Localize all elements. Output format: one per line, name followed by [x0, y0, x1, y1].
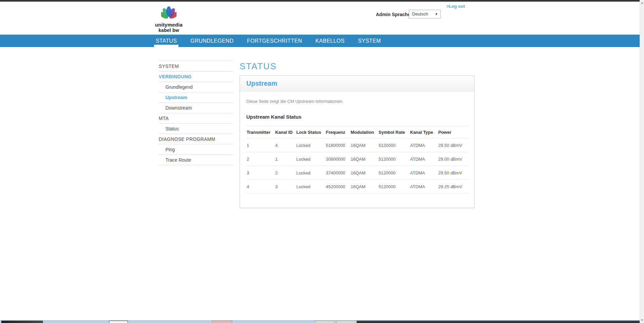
- main-nav-items: STATUS GRUNDLEGEND FORTGESCHRITTEN KABEL…: [0, 35, 640, 47]
- nav-tab-status[interactable]: STATUS: [154, 35, 179, 47]
- taskbar-start-segment[interactable]: [1, 321, 43, 323]
- page-scrollbar[interactable]: ▲ ▼: [640, 0, 644, 323]
- table-cell: 16QAM: [350, 180, 378, 194]
- nav-tab-grundlegend[interactable]: GRUNDLEGEND: [189, 35, 235, 47]
- table-cell: 1: [246, 138, 275, 152]
- nav-tab-fortgeschritten[interactable]: FORTGESCHRITTEN: [245, 35, 304, 47]
- table-cell: 29.00 dBmV: [438, 152, 468, 166]
- sidebar-item-mta[interactable]: MTA: [159, 113, 233, 123]
- column-header-symbol-rate: Symbol Rate: [378, 126, 410, 138]
- table-cell: 29.25 dBmV: [438, 180, 468, 194]
- sidebar-item-mta-status[interactable]: Status: [159, 123, 233, 134]
- table-cell: 2: [246, 152, 275, 166]
- table-title: Upstream Kanal Status: [246, 114, 468, 120]
- page: { "header": { "logo_line1": "unitymedia"…: [0, 0, 644, 323]
- table-cell: 4: [275, 138, 296, 152]
- scroll-down-icon[interactable]: ▼: [640, 319, 644, 322]
- table-cell: ATDMA: [410, 152, 438, 166]
- logout-link[interactable]: >Log out: [446, 4, 465, 9]
- table-cell: Locked: [296, 166, 326, 180]
- site-header: unitymedia kabel bw >Log out Admin Sprac…: [0, 2, 640, 35]
- table-cell: 45200000: [326, 180, 350, 194]
- table-row: 32Locked3740000016QAM5120000ATDMA29.50 d…: [246, 166, 468, 180]
- upstream-table-body: 14Locked5180000016QAM5120000ATDMA29.50 d…: [246, 138, 468, 194]
- table-cell: 29.50 dBmV: [438, 166, 468, 180]
- sidebar: SYSTEM VERBINDUNG Grundlegend Upstream D…: [159, 61, 233, 165]
- sidebar-item-system[interactable]: SYSTEM: [159, 61, 233, 71]
- chevron-down-icon: ▼: [435, 10, 438, 18]
- upstream-panel-title: Upstream: [246, 80, 277, 87]
- sidebar-item-grundlegend[interactable]: Grundlegend: [159, 82, 233, 92]
- column-header-power: Power: [438, 126, 468, 138]
- table-cell: 5120000: [378, 138, 410, 152]
- table-cell: 29.50 dBmV: [438, 138, 468, 152]
- main-nav: STATUS GRUNDLEGEND FORTGESCHRITTEN KABEL…: [0, 35, 640, 47]
- table-row: 14Locked5180000016QAM5120000ATDMA29.50 d…: [246, 138, 468, 152]
- logo-flower-icon: [161, 6, 177, 22]
- page-title: STATUS: [240, 61, 277, 72]
- nav-tab-kabellos[interactable]: KABELLOS: [314, 35, 346, 47]
- language-select[interactable]: Deutsch ▼: [409, 10, 441, 18]
- sidebar-item-upstream[interactable]: Upstream: [159, 92, 233, 103]
- upstream-panel-body: Diese Seite zeigt die CM Upstream Inform…: [240, 91, 474, 208]
- table-cell: 16QAM: [350, 152, 378, 166]
- language-selected-value: Deutsch: [412, 11, 428, 16]
- sidebar-item-downstream[interactable]: Downstream: [159, 103, 233, 113]
- table-cell: 5120000: [378, 152, 410, 166]
- table-cell: ATDMA: [410, 166, 438, 180]
- table-cell: 5120000: [378, 166, 410, 180]
- table-cell: Locked: [296, 180, 326, 194]
- os-taskbar-sliver: [0, 320, 640, 323]
- upstream-description: Diese Seite zeigt die CM Upstream Inform…: [246, 99, 468, 104]
- sidebar-item-ping[interactable]: Ping: [159, 144, 233, 155]
- nav-tab-system[interactable]: SYSTEM: [356, 35, 383, 47]
- sidebar-item-diagnose-programm[interactable]: DIAGNOSE PROGRAMM: [159, 134, 233, 144]
- column-header-transmitter: Transmitter: [246, 126, 275, 138]
- column-header-modulation: Modulation: [350, 126, 378, 138]
- scroll-up-icon[interactable]: ▲: [640, 1, 644, 4]
- taskbar-window-button-1[interactable]: [109, 321, 128, 323]
- table-cell: 3: [275, 180, 296, 194]
- brand-logo[interactable]: unitymedia kabel bw: [152, 6, 186, 33]
- table-header-row: Transmitter Kanal ID Lock Status Frequen…: [246, 126, 468, 138]
- sidebar-item-trace-route[interactable]: Trace Route: [159, 155, 233, 165]
- table-row: 21Locked3080000016QAM5120000ATDMA29.00 d…: [246, 152, 468, 166]
- table-cell: 3: [246, 166, 275, 180]
- table-cell: 37400000: [326, 166, 350, 180]
- table-cell: Locked: [296, 138, 326, 152]
- table-cell: 51800000: [326, 138, 350, 152]
- table-cell: 1: [275, 152, 296, 166]
- taskbar-window-button-4[interactable]: [336, 321, 357, 323]
- column-header-kanal-type: Kanal Type: [410, 126, 438, 138]
- column-header-frequenz: Frequenz: [326, 126, 350, 138]
- upstream-panel-header: Upstream: [240, 76, 474, 91]
- table-row: 43Locked4520000016QAM5120000ATDMA29.25 d…: [246, 180, 468, 194]
- table-cell: 5120000: [378, 180, 410, 194]
- upstream-panel: Upstream Diese Seite zeigt die CM Upstre…: [240, 75, 475, 208]
- table-cell: ATDMA: [410, 138, 438, 152]
- table-cell: 4: [246, 180, 275, 194]
- taskbar-window-button-2[interactable]: [212, 321, 232, 323]
- language-label: Admin Sprache: [376, 12, 410, 17]
- taskbar-window-button-3[interactable]: [315, 321, 335, 323]
- sidebar-item-verbindung[interactable]: VERBINDUNG: [159, 71, 233, 82]
- table-cell: Locked: [296, 152, 326, 166]
- column-header-lock-status: Lock Status: [296, 126, 326, 138]
- upstream-channel-table: Transmitter Kanal ID Lock Status Frequen…: [246, 126, 468, 194]
- table-cell: 2: [275, 166, 296, 180]
- logo-text-line2: kabel bw: [152, 28, 186, 33]
- logo-text-line1: unitymedia: [152, 22, 186, 28]
- table-cell: 30800000: [326, 152, 350, 166]
- table-cell: 16QAM: [350, 166, 378, 180]
- table-cell: ATDMA: [410, 180, 438, 194]
- taskbar-tray-segment[interactable]: [357, 321, 640, 323]
- table-cell: 16QAM: [350, 138, 378, 152]
- column-header-kanal-id: Kanal ID: [275, 126, 296, 138]
